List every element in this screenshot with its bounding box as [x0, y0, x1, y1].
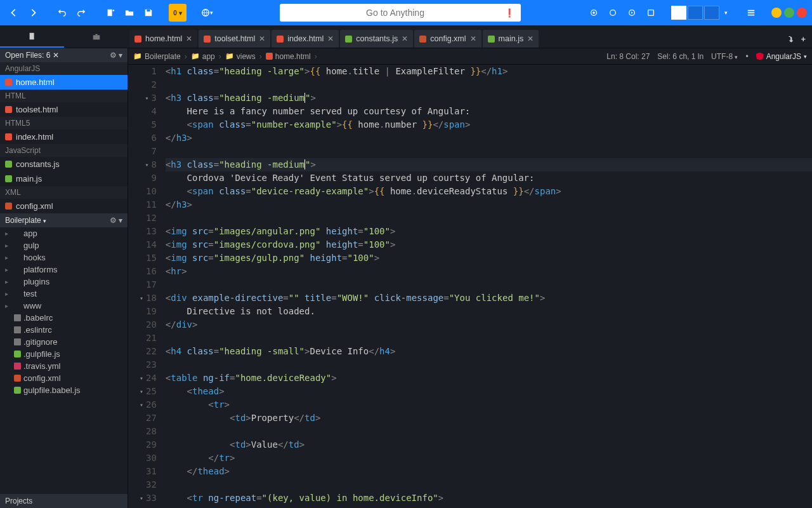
- code-line[interactable]: [166, 358, 812, 371]
- caret-icon[interactable]: ▸: [5, 230, 11, 237]
- code-line[interactable]: [166, 425, 812, 438]
- open-file-item[interactable]: main.js: [0, 171, 128, 186]
- code-line[interactable]: Directive is not loaded.: [166, 305, 812, 318]
- browser-preview-button[interactable]: ▾: [198, 4, 216, 22]
- editor-tab[interactable]: index.html✕: [272, 30, 339, 48]
- tree-item[interactable]: .gitignore: [0, 336, 128, 348]
- fold-toggle[interactable]: ▾: [137, 291, 143, 305]
- code-line[interactable]: [166, 211, 812, 225]
- code-line[interactable]: <tr ng-repeat="(key, value) in home.devi…: [166, 491, 812, 505]
- code-line[interactable]: [166, 145, 812, 158]
- caret-icon[interactable]: ▸: [5, 242, 11, 249]
- gear-icon[interactable]: ⚙ ▾: [110, 216, 122, 225]
- tree-item[interactable]: ▸hooks: [0, 251, 128, 264]
- new-file-button[interactable]: [102, 4, 119, 22]
- gear-icon[interactable]: ⚙ ▾: [110, 51, 122, 60]
- code-line[interactable]: <td>Value</td>: [166, 438, 812, 451]
- tab-close-icon[interactable]: ✕: [527, 34, 534, 43]
- tree-item[interactable]: config.xml: [0, 372, 128, 384]
- chevron-down-icon[interactable]: ▾: [43, 218, 46, 224]
- menu-button[interactable]: [742, 4, 760, 22]
- forward-button[interactable]: [24, 4, 42, 22]
- window-close-button[interactable]: [797, 8, 807, 18]
- tab-close-icon[interactable]: ✕: [259, 34, 265, 43]
- editor-tab[interactable]: constants.js✕: [340, 30, 413, 48]
- left-panel-toggle[interactable]: [671, 6, 686, 20]
- code-line[interactable]: [166, 331, 812, 345]
- tree-item[interactable]: ▸gulp: [0, 239, 128, 251]
- editor-tab[interactable]: main.js✕: [483, 30, 539, 48]
- tab-close-icon[interactable]: ✕: [470, 34, 476, 43]
- open-file-item[interactable]: config.xml: [0, 199, 128, 213]
- record-macro-button[interactable]: [585, 4, 603, 22]
- projects-footer[interactable]: Projects: [0, 494, 128, 508]
- tab-close-icon[interactable]: ✕: [402, 34, 408, 43]
- caret-icon[interactable]: ▸: [5, 278, 11, 285]
- tree-item[interactable]: .gulpfile.js: [0, 348, 128, 360]
- code-line[interactable]: <h1 class="heading -large">{{ home.title…: [166, 65, 812, 78]
- tree-item[interactable]: .eslintrc: [0, 324, 128, 336]
- fold-toggle[interactable]: ▾: [142, 158, 148, 171]
- sync-button[interactable]: 0 ▾: [169, 4, 187, 22]
- breadcrumb-item[interactable]: 📁Boilerplate: [133, 52, 181, 61]
- tree-item[interactable]: .babelrc: [0, 312, 128, 324]
- bottom-panel-toggle[interactable]: [688, 6, 703, 20]
- open-file-item[interactable]: index.html: [0, 130, 128, 144]
- code-line[interactable]: </tr>: [166, 451, 812, 465]
- breadcrumb-item[interactable]: home.html: [266, 52, 311, 61]
- new-tab-button[interactable]: +: [801, 34, 806, 44]
- code-line[interactable]: <img src="images/gulp.png" height="100">: [166, 251, 812, 265]
- close-icon[interactable]: ✕: [53, 51, 59, 60]
- code-line[interactable]: </thead>: [166, 465, 812, 478]
- code-line[interactable]: </h3>: [166, 198, 812, 211]
- open-file-item[interactable]: home.html: [0, 75, 128, 90]
- code-line[interactable]: <span class="number-example">{{ home.num…: [166, 118, 812, 131]
- open-file-item[interactable]: toolset.html: [0, 102, 128, 117]
- save-button[interactable]: [140, 4, 157, 22]
- play-macro-button[interactable]: [623, 4, 641, 22]
- stop-macro-button[interactable]: [604, 4, 622, 22]
- code-line[interactable]: <hr>: [166, 265, 812, 278]
- breadcrumb-item[interactable]: 📁views: [225, 52, 256, 61]
- sidebar-tab-places[interactable]: [0, 25, 64, 48]
- code-line[interactable]: [166, 78, 812, 91]
- code-line[interactable]: </div>: [166, 318, 812, 331]
- tab-close-icon[interactable]: ✕: [186, 34, 192, 43]
- code-line[interactable]: <h3 class="heading -medium">: [166, 158, 812, 171]
- fold-toggle[interactable]: ▾: [142, 91, 148, 105]
- caret-icon[interactable]: ▸: [5, 254, 11, 261]
- editor-tab[interactable]: toolset.html✕: [199, 30, 270, 48]
- tree-item[interactable]: ▸app: [0, 227, 128, 239]
- caret-icon[interactable]: ▸: [5, 266, 11, 273]
- code-line[interactable]: Cordova 'Device Ready' Event Status serv…: [166, 171, 812, 185]
- tree-item[interactable]: ▸platforms: [0, 264, 128, 276]
- encoding[interactable]: UTF-8 ▾: [711, 52, 738, 61]
- save-macro-button[interactable]: [642, 4, 660, 22]
- tree-item[interactable]: ▸www: [0, 300, 128, 312]
- code-line[interactable]: <h3 class="heading -medium">: [166, 91, 812, 105]
- code-line[interactable]: [166, 478, 812, 491]
- editor-tab[interactable]: home.html✕: [129, 30, 197, 48]
- code-line[interactable]: <h4 class="heading -small">Device Info</…: [166, 345, 812, 358]
- code-line[interactable]: <img src="images/cordova.png" height="10…: [166, 238, 812, 251]
- open-file-item[interactable]: constants.js: [0, 157, 128, 171]
- code-line[interactable]: <table ng-if="home.deviceReady">: [166, 371, 812, 385]
- code-line[interactable]: <img src="images/angular.png" height="10…: [166, 225, 812, 238]
- breadcrumb-item[interactable]: 📁app: [191, 52, 215, 61]
- open-file-button[interactable]: [121, 4, 138, 22]
- tree-item[interactable]: ▸plugins: [0, 276, 128, 288]
- code-line[interactable]: [166, 278, 812, 291]
- tab-close-icon[interactable]: ✕: [327, 34, 334, 43]
- code-line[interactable]: <td>Property</td>: [166, 411, 812, 425]
- code-line[interactable]: <tr>: [166, 398, 812, 411]
- tree-item[interactable]: gulpfile.babel.js: [0, 384, 128, 396]
- search-input[interactable]: [286, 8, 504, 18]
- code-line[interactable]: Here is a fancy number served up courtes…: [166, 105, 812, 118]
- window-maximize-button[interactable]: [784, 8, 794, 18]
- caret-icon[interactable]: ▸: [5, 290, 11, 297]
- editor-tab[interactable]: config.xml✕: [414, 30, 481, 48]
- language-selector[interactable]: AngularJS ▾: [756, 52, 807, 61]
- tab-overflow-button[interactable]: ⮯: [787, 34, 796, 44]
- code-line[interactable]: <div example-directive="" title="WOW!" c…: [166, 291, 812, 305]
- sidebar-tab-toolbox[interactable]: [64, 25, 128, 48]
